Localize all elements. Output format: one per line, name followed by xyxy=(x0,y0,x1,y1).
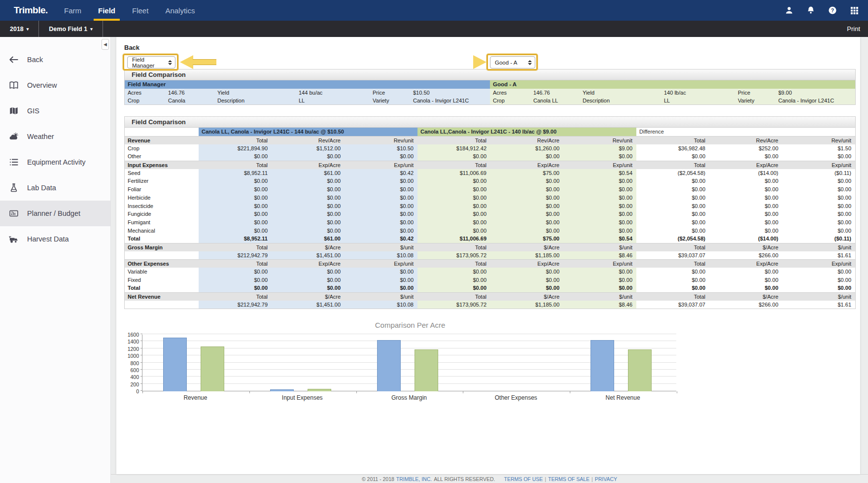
sidebar-item-label: Weather xyxy=(27,133,54,140)
sidebar-item-label: Lab Data xyxy=(27,184,56,192)
value-cell: $0.00 xyxy=(709,152,782,161)
comparison-panel: Field Comparison Canola LL, Canola - Inv… xyxy=(124,116,856,309)
value-cell: $0.00 xyxy=(636,268,709,276)
value-cell: $221,894.90 xyxy=(199,144,272,153)
value-cell: $0.00 xyxy=(490,210,563,218)
table-row: $212,942.79$1,451.00$10.08$173,905.72$1,… xyxy=(125,251,855,260)
y-tick-label: 1200 xyxy=(128,346,139,352)
value-cell: $0.00 xyxy=(782,202,855,210)
flask-icon xyxy=(8,182,19,193)
value-cell: $0.00 xyxy=(709,227,782,235)
table-section-row: Net RevenueTotal$/Acre$/unitTotal$/Acre$… xyxy=(125,292,855,301)
value-cell: $212,942.79 xyxy=(199,251,272,260)
value-cell: $173,905.72 xyxy=(417,301,490,309)
content-back-link[interactable]: Back xyxy=(124,44,139,51)
x-axis-label: Net Revenue xyxy=(569,394,676,401)
value-cell: $0.00 xyxy=(417,268,490,276)
summary-cell: Yield xyxy=(583,89,664,97)
apps-grid-icon[interactable] xyxy=(849,5,859,15)
summary-cell: Variety xyxy=(373,97,413,104)
value-cell: $0.00 xyxy=(345,185,417,194)
value-cell: $0.00 xyxy=(490,177,563,185)
bar-field-manager xyxy=(270,389,294,391)
column-header-cell: $/Acre xyxy=(709,243,782,251)
nav-analytics[interactable]: Analytics xyxy=(157,0,203,21)
value-cell: $0.00 xyxy=(782,185,855,194)
sidebar-item-planner-budget[interactable]: Planner / Budget xyxy=(0,201,110,226)
column-header-cell: Exp/unit xyxy=(563,260,636,268)
chart-plot-area xyxy=(142,335,676,391)
value-cell: $0.00 xyxy=(563,227,636,235)
sidebar-item-equipment-activity[interactable]: Equipment Activity xyxy=(0,149,110,175)
column-header-cell: Total xyxy=(199,293,272,301)
comparison-chart: Comparison Per Acre 02004006008001000120… xyxy=(124,321,696,403)
field-dropdown[interactable]: Demo Field 1▾ xyxy=(39,21,103,37)
table-row: Total$0.00$0.00$0.00$0.00$0.00$0.00$0.00… xyxy=(125,284,855,292)
top-navbar: Trimble. Farm Field Fleet Analytics ? xyxy=(0,0,868,21)
value-cell: $0.00 xyxy=(563,152,636,161)
value-cell: $0.00 xyxy=(345,276,417,284)
row-label: Fungicide xyxy=(125,210,199,218)
copyright-text: © 2011 - 2018 xyxy=(362,476,394,482)
value-cell: $0.00 xyxy=(709,210,782,218)
value-cell: $0.00 xyxy=(417,177,490,185)
sidebar-item-lab-data[interactable]: Lab Data xyxy=(0,175,110,201)
value-cell: $0.00 xyxy=(563,202,636,210)
sidebar-item-label: GIS xyxy=(27,107,39,115)
value-cell: $0.00 xyxy=(636,177,709,185)
value-cell: $0.00 xyxy=(490,194,563,202)
right-plan-select[interactable]: Good - A xyxy=(490,56,535,69)
company-link[interactable]: TRIMBLE, INC. xyxy=(396,476,432,482)
sidebar-item-overview[interactable]: Overview xyxy=(0,72,110,98)
privacy-link[interactable]: PRIVACY xyxy=(595,476,617,482)
sidebar-item-gis[interactable]: GIS xyxy=(0,98,110,124)
y-tick-label: 1000 xyxy=(128,353,139,359)
value-cell: $0.00 xyxy=(709,177,782,185)
trimble-logo[interactable]: Trimble. xyxy=(0,5,47,16)
value-cell: $0.00 xyxy=(417,185,490,194)
value-cell: $0.00 xyxy=(490,284,563,292)
bell-icon[interactable] xyxy=(806,5,816,15)
value-cell: $9.00 xyxy=(563,144,636,153)
value-cell: $0.00 xyxy=(417,202,490,210)
value-cell: ($0.11) xyxy=(782,235,855,243)
gridline xyxy=(142,334,676,334)
footer-separator: | xyxy=(591,476,593,482)
top-icons: ? xyxy=(784,5,868,15)
value-cell: ($0.11) xyxy=(782,169,855,177)
column-header-cell: Total xyxy=(417,260,490,268)
left-plan-select[interactable]: Field Manager xyxy=(127,56,175,69)
column-header-cell: Exp/Acre xyxy=(272,260,345,268)
value-cell: $61.00 xyxy=(272,235,345,243)
sidebar-collapse-button[interactable]: ◀ xyxy=(102,39,109,50)
year-dropdown[interactable]: 2018▾ xyxy=(0,21,39,37)
terms-of-use-link[interactable]: TERMS OF USE xyxy=(504,476,543,482)
summary-cell: $9.00 xyxy=(778,89,855,97)
sidebar-item-weather[interactable]: Weather xyxy=(0,124,110,149)
print-button[interactable]: Print xyxy=(847,25,868,33)
value-cell: $0.00 xyxy=(782,194,855,202)
value-cell: $0.00 xyxy=(272,185,345,194)
summary-right: Good - A Acres146.76Yield140 lb/acPrice$… xyxy=(490,80,855,104)
nav-farm[interactable]: Farm xyxy=(56,0,90,21)
nav-fleet[interactable]: Fleet xyxy=(124,0,157,21)
nav-field[interactable]: Field xyxy=(90,0,124,21)
sidebar-item-back[interactable]: Back xyxy=(0,47,110,72)
x-tick-mark xyxy=(249,391,250,393)
field-value: Demo Field 1 xyxy=(49,26,87,33)
column-header-cell: Total xyxy=(199,260,272,268)
value-cell: $0.00 xyxy=(490,227,563,235)
y-tick-label: 200 xyxy=(130,381,139,387)
user-icon[interactable] xyxy=(784,5,794,15)
sidebar-item-label: Harvest Data xyxy=(27,235,69,243)
summary-row: Acres146.76Yield140 lb/acPrice$9.00 xyxy=(490,89,855,97)
terms-of-sale-link[interactable]: TERMS OF SALE xyxy=(548,476,590,482)
y-tick-mark xyxy=(140,334,142,334)
sidebar-item-harvest-data[interactable]: Harvest Data xyxy=(0,226,110,252)
value-cell: $0.54 xyxy=(563,169,636,177)
value-cell: $184,912.42 xyxy=(417,144,490,153)
select-arrows-icon xyxy=(528,60,532,65)
summary-left-header: Field Manager xyxy=(125,80,490,89)
help-icon[interactable]: ? xyxy=(828,5,837,15)
row-label: Herbicide xyxy=(125,194,199,202)
